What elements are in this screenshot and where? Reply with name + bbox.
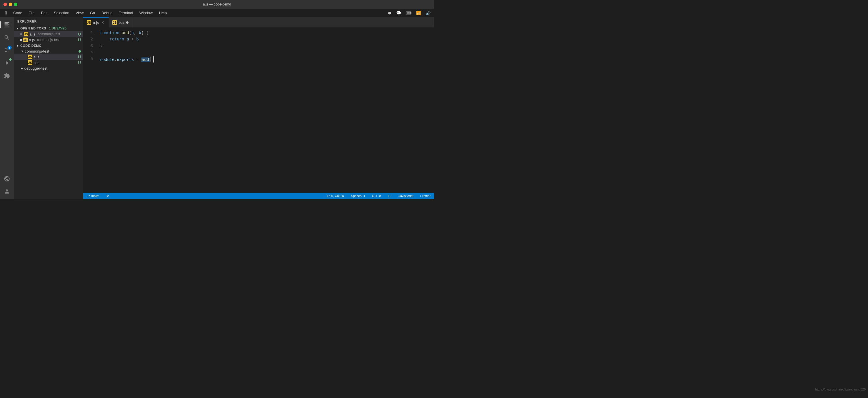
activity-extensions[interactable]	[2, 70, 12, 81]
language-mode[interactable]: JavaScript	[397, 194, 414, 197]
close-ajs-icon[interactable]: ✕	[20, 32, 23, 36]
code-line-1: function add(a, b) {	[100, 30, 434, 36]
bjs-unsaved: U	[78, 60, 81, 65]
menu-help[interactable]: Help	[156, 9, 170, 16]
file-ajs-name: a.js	[33, 55, 39, 59]
menu-window[interactable]: Window	[136, 9, 156, 16]
activity-search[interactable]	[2, 32, 12, 43]
record-icon[interactable]: ⏺	[386, 11, 393, 15]
open-editor-ajs[interactable]: ✕ JS a.js commonjs-test U	[14, 31, 83, 37]
file-ajs[interactable]: JS a.js U	[14, 54, 83, 60]
close-button[interactable]	[3, 3, 7, 6]
code-line-3: }	[100, 43, 434, 49]
wifi-icon[interactable]: 📶	[415, 11, 422, 15]
activity-bar: 3	[0, 17, 14, 199]
code-demo-label: CODE-DEMO	[20, 44, 41, 48]
menu-edit[interactable]: Edit	[38, 9, 50, 16]
tab-bjs-dot	[126, 21, 128, 24]
debugger-test-label: debugger-test	[24, 66, 48, 70]
maximize-button[interactable]	[14, 3, 17, 6]
apple-menu[interactable]: 	[2, 9, 10, 17]
git-branch[interactable]: ⎇ main*	[86, 194, 100, 198]
tab-ajs[interactable]: JS a.js ✕	[83, 17, 109, 27]
js-icon-ajs: JS	[28, 55, 32, 59]
code-line-4	[100, 49, 434, 56]
activity-bottom	[2, 174, 12, 199]
ajs-unsaved: U	[78, 55, 81, 59]
tab-js-icon-ajs: JS	[87, 20, 91, 25]
minimize-button[interactable]	[9, 3, 12, 6]
chat-icon[interactable]: 💬	[395, 11, 402, 15]
ajs-modified-indicator: U	[78, 32, 81, 36]
formatter[interactable]: Prettier	[419, 194, 432, 197]
open-editors-label: OPEN EDITORS	[20, 27, 46, 30]
activity-source-control[interactable]: 3	[2, 45, 12, 56]
unsaved-badge: 1 UNSAVED	[49, 27, 67, 30]
menu-code[interactable]: Code	[10, 9, 25, 16]
menu-selection[interactable]: Selection	[51, 9, 72, 16]
code-editor[interactable]: 1 2 3 4 5 function add(a, b) { return a …	[83, 27, 434, 193]
open-editor-bjs-folder: commonjs-test	[37, 38, 60, 42]
line-ending[interactable]: LF	[386, 194, 393, 197]
bjs-modified-indicator: U	[78, 37, 81, 42]
volume-icon[interactable]: 🔊	[425, 11, 432, 15]
sync-icon[interactable]: ↻	[105, 194, 110, 198]
open-editor-ajs-folder: commonjs-test	[37, 32, 60, 36]
window-title: a.js — code-demo	[203, 2, 231, 6]
activity-run[interactable]	[2, 58, 12, 68]
folder-arrow: ▼	[21, 50, 24, 53]
source-control-badge: 3	[7, 45, 11, 50]
menu-view[interactable]: View	[73, 9, 87, 16]
file-bjs-name: b.js	[33, 61, 39, 65]
code-demo-header[interactable]: ▼ CODE-DEMO	[14, 43, 83, 49]
commonjs-modified-dot	[79, 50, 81, 53]
menu-right-icons: ⏺ 💬 ⌨ 📶 🔊	[386, 11, 432, 15]
menu-file[interactable]: File	[26, 9, 37, 16]
tab-bjs-label: b.js	[119, 20, 124, 25]
js-file-icon-b: JS	[23, 37, 28, 42]
main-container: 3 EXPLORER	[0, 17, 434, 199]
debugger-folder-arrow: ▶	[21, 67, 23, 70]
cursor-position[interactable]: Ln 5, Col 20	[326, 194, 345, 197]
line-numbers: 1 2 3 4 5	[83, 30, 98, 190]
code-demo-arrow: ▼	[16, 44, 19, 48]
open-editor-bjs[interactable]: JS b.js commonjs-test U	[14, 37, 83, 43]
spaces[interactable]: Spaces: 4	[350, 194, 366, 197]
status-right: Ln 5, Col 20 Spaces: 4 UTF-8 LF JavaScri…	[326, 194, 432, 197]
code-content[interactable]: function add(a, b) { return a + b } modu…	[98, 30, 434, 190]
activity-remote[interactable]	[2, 174, 12, 184]
tab-ajs-close[interactable]: ✕	[100, 20, 105, 25]
tab-js-icon-bjs: JS	[112, 20, 117, 25]
open-editor-bjs-name: b.js	[29, 38, 35, 42]
debugger-test-folder[interactable]: ▶ debugger-test	[14, 66, 83, 71]
encoding[interactable]: UTF-8	[371, 194, 382, 197]
title-bar: a.js — code-demo	[0, 0, 434, 9]
activity-account[interactable]	[2, 186, 12, 197]
menu-debug[interactable]: Debug	[98, 9, 115, 16]
commonjs-test-folder[interactable]: ▼ commonjs-test	[14, 49, 83, 54]
input-icon[interactable]: ⌨	[405, 11, 413, 15]
tab-bar: JS a.js ✕ JS b.js	[83, 17, 434, 27]
open-editor-ajs-name: a.js	[29, 32, 35, 36]
code-line-5: module.exports = add┃	[100, 56, 434, 64]
commonjs-test-label: commonjs-test	[25, 49, 50, 54]
menu-terminal[interactable]: Terminal	[116, 9, 136, 16]
bjs-dot-icon	[20, 39, 22, 41]
open-editors-header[interactable]: ▼ OPEN EDITORS 1 UNSAVED	[14, 25, 83, 31]
tab-bjs[interactable]: JS b.js	[109, 17, 132, 27]
js-icon-bjs: JS	[28, 60, 32, 65]
menu-bar:  Code File Edit Selection View Go Debug…	[0, 9, 434, 17]
file-bjs[interactable]: JS b.js U	[14, 60, 83, 66]
sidebar-title: EXPLORER	[14, 17, 83, 25]
menu-go[interactable]: Go	[87, 9, 98, 16]
status-bar: ⎇ main* ↻ Ln 5, Col 20 Spaces: 4 UTF-8 L…	[83, 193, 434, 199]
activity-explorer[interactable]	[2, 20, 12, 30]
editor-area: JS a.js ✕ JS b.js 1 2 3 4 5 function add…	[83, 17, 434, 199]
traffic-lights	[0, 3, 17, 6]
open-editors-arrow: ▼	[16, 27, 19, 30]
js-file-icon: JS	[24, 32, 28, 36]
sidebar: EXPLORER ▼ OPEN EDITORS 1 UNSAVED ✕ JS a…	[14, 17, 83, 199]
tab-ajs-label: a.js	[93, 21, 99, 25]
code-line-2: return a + b	[100, 36, 434, 42]
